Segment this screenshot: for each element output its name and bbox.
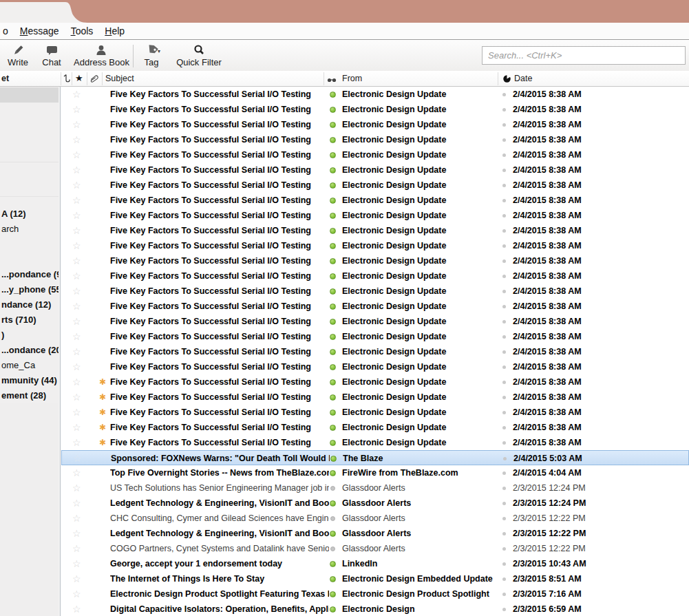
message-row[interactable]: ☆ Ledgent Technology & Engineering, Visi…	[61, 526, 689, 541]
read-status-dot[interactable]	[330, 349, 336, 355]
message-row[interactable]: ☆ Five Key Factors To Successful Serial …	[61, 208, 689, 223]
message-row[interactable]: ☆ Sponsored: FOXNews Warns: "Our Death T…	[61, 450, 689, 465]
message-row[interactable]: ☆ Top Five Overnight Stories -- News fro…	[61, 465, 689, 480]
star-toggle[interactable]: ☆	[72, 480, 81, 496]
thread-column-icon[interactable]	[63, 74, 71, 85]
message-row[interactable]: ☆ Five Key Factors To Successful Serial …	[61, 117, 689, 132]
star-toggle[interactable]: ☆	[72, 162, 81, 178]
message-row[interactable]: ☆ Five Key Factors To Successful Serial …	[61, 147, 689, 162]
star-toggle[interactable]: ☆	[72, 511, 81, 526]
star-toggle[interactable]: ☆	[72, 329, 81, 344]
star-toggle[interactable]: ☆	[72, 390, 81, 405]
star-toggle[interactable]: ☆	[72, 405, 81, 420]
folder-item[interactable]: ...ondance (20)	[1, 343, 59, 357]
read-status-dot[interactable]	[330, 213, 336, 219]
star-toggle[interactable]: ☆	[72, 465, 81, 480]
read-status-dot[interactable]	[330, 531, 336, 537]
read-status-dot[interactable]	[330, 304, 336, 310]
selected-folder-row[interactable]	[0, 87, 59, 103]
message-row[interactable]: ☆ Five Key Factors To Successful Serial …	[61, 87, 689, 102]
message-row[interactable]: ☆ Five Key Factors To Successful Serial …	[61, 178, 689, 193]
star-toggle[interactable]: ☆	[72, 102, 81, 117]
read-status-dot[interactable]	[330, 425, 336, 431]
read-status-dot[interactable]	[330, 198, 336, 204]
folder-item[interactable]: )	[1, 328, 59, 342]
star-toggle[interactable]: ☆	[72, 496, 81, 511]
read-status-dot[interactable]	[330, 394, 336, 401]
read-status-dot[interactable]	[330, 167, 336, 173]
read-status-dot[interactable]	[330, 561, 336, 567]
menu-item-tools[interactable]: Tools	[71, 25, 94, 36]
subject-column-header[interactable]: Subject	[105, 71, 134, 86]
message-row[interactable]: ☆ US Tech Solutions has Senior Engineeri…	[61, 480, 689, 496]
quick-filter-button[interactable]: Quick Filter	[176, 42, 222, 70]
read-status-dot[interactable]	[330, 470, 336, 476]
star-toggle[interactable]: ☆	[72, 344, 81, 359]
folder-pane-header[interactable]: et	[1, 71, 9, 86]
read-status-dot[interactable]	[330, 576, 336, 582]
star-toggle[interactable]: ☆	[72, 314, 81, 329]
folder-item[interactable]: ndance (12)	[1, 298, 59, 312]
date-column-header[interactable]: Date	[514, 71, 532, 86]
message-row[interactable]: ☆ Five Key Factors To Successful Serial …	[61, 299, 689, 314]
message-row[interactable]: ☆ George, accept your 1 endorsement toda…	[61, 556, 689, 571]
read-status-dot[interactable]	[330, 228, 336, 234]
message-row[interactable]: ☆ Five Key Factors To Successful Serial …	[61, 132, 689, 147]
chat-button[interactable]: Chat	[36, 42, 67, 70]
star-toggle[interactable]: ☆	[72, 193, 81, 208]
read-status-dot[interactable]	[330, 92, 336, 98]
star-toggle[interactable]: ☆	[72, 284, 81, 299]
star-toggle[interactable]: ☆	[72, 541, 81, 556]
star-toggle[interactable]: ☆	[72, 223, 81, 238]
write-button[interactable]: Write	[1, 42, 35, 70]
star-toggle[interactable]: ☆	[72, 586, 81, 602]
active-tab[interactable]	[0, 2, 93, 23]
menu-item-help[interactable]: Help	[105, 25, 125, 36]
folder-item[interactable]: A (12)	[1, 207, 59, 221]
message-row[interactable]: ☆ COGO Partners, Cynet Systems and Datal…	[61, 541, 689, 556]
message-row[interactable]: ☆ ✱ Five Key Factors To Successful Seria…	[61, 420, 689, 435]
message-row[interactable]: ☆ Five Key Factors To Successful Serial …	[61, 253, 689, 268]
star-toggle[interactable]: ☆	[72, 117, 81, 132]
message-row[interactable]: ☆ Five Key Factors To Successful Serial …	[61, 193, 689, 208]
read-status-dot[interactable]	[330, 334, 336, 340]
search-input[interactable]	[482, 46, 686, 65]
message-row[interactable]: ☆ Five Key Factors To Successful Serial …	[61, 223, 689, 238]
star-toggle[interactable]: ☆	[73, 451, 82, 466]
read-status-dot[interactable]	[330, 546, 335, 551]
message-row[interactable]: ☆ ✱ Five Key Factors To Successful Seria…	[61, 405, 689, 420]
star-toggle[interactable]: ☆	[72, 238, 81, 253]
star-toggle[interactable]: ☆	[72, 178, 81, 193]
read-status-dot[interactable]	[330, 122, 336, 128]
star-toggle[interactable]: ☆	[72, 132, 81, 147]
folder-item[interactable]: rts (710)	[1, 313, 59, 327]
menu-item-o[interactable]: o	[3, 25, 8, 36]
message-row[interactable]: ☆ Five Key Factors To Successful Serial …	[61, 268, 689, 284]
read-status-dot[interactable]	[330, 516, 335, 521]
message-row[interactable]: ☆ Five Key Factors To Successful Serial …	[61, 344, 689, 359]
address-book-button[interactable]: Address Book	[74, 42, 129, 70]
message-row[interactable]: ☆ Five Key Factors To Successful Serial …	[61, 238, 689, 253]
from-column-header[interactable]: From	[342, 71, 362, 86]
star-toggle[interactable]: ☆	[72, 253, 81, 268]
star-toggle[interactable]: ☆	[72, 299, 81, 314]
read-status-dot[interactable]	[330, 591, 336, 597]
menu-item-message[interactable]: Message	[20, 25, 59, 36]
message-row[interactable]: ☆ ✱ Five Key Factors To Successful Seria…	[61, 435, 689, 450]
folder-item[interactable]: ement (28)	[1, 389, 59, 403]
star-toggle[interactable]: ☆	[72, 359, 81, 374]
read-status-dot[interactable]	[330, 364, 336, 370]
message-row[interactable]: ☆ CHC Consulting, Cymer and Gilead Scien…	[61, 511, 689, 526]
star-toggle[interactable]: ☆	[72, 435, 81, 450]
folder-item[interactable]: arch	[1, 222, 59, 236]
read-status-dot[interactable]	[330, 288, 336, 295]
read-column-glasses-icon[interactable]	[327, 76, 337, 85]
read-status-dot[interactable]	[330, 107, 336, 113]
tag-dropdown-arrow[interactable]: ▾	[158, 48, 160, 54]
star-toggle[interactable]: ☆	[72, 556, 81, 571]
read-status-dot[interactable]	[330, 182, 336, 189]
read-status-dot[interactable]	[330, 137, 336, 143]
folder-pane-splitter[interactable]	[59, 87, 61, 616]
read-status-dot[interactable]	[330, 379, 336, 385]
star-toggle[interactable]: ☆	[72, 526, 81, 541]
